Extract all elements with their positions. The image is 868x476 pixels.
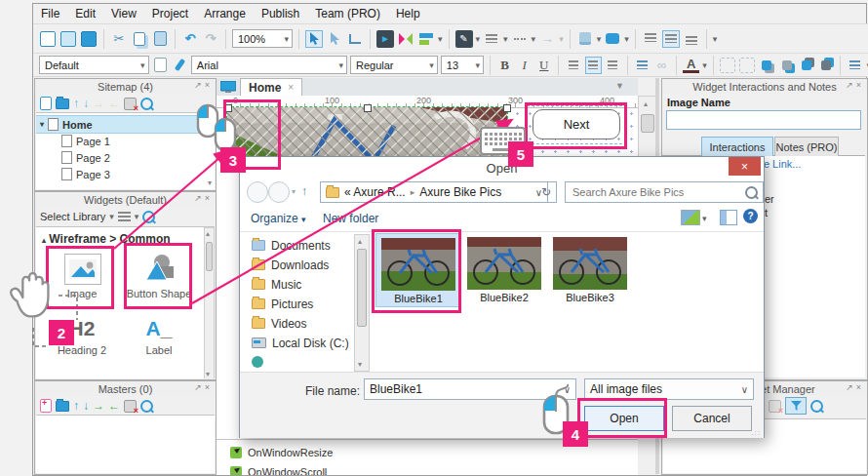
- delete-page-icon[interactable]: ×: [124, 98, 137, 110]
- valign-middle-icon[interactable]: [662, 30, 680, 48]
- expand-icon[interactable]: ↗: [846, 382, 856, 392]
- add-folder-icon[interactable]: [56, 401, 69, 412]
- nav-history-icon[interactable]: ▾: [292, 187, 296, 196]
- cancel-button[interactable]: Cancel: [672, 406, 752, 431]
- valign-bottom-icon[interactable]: [683, 30, 700, 48]
- chevron-down-icon[interactable]: ▾: [624, 34, 629, 44]
- line-weight-icon[interactable]: [483, 30, 500, 48]
- connector-mode-icon[interactable]: [346, 30, 364, 48]
- move-down-icon[interactable]: ↓: [83, 399, 89, 413]
- resize-grip[interactable]: .::: [751, 428, 761, 437]
- fill-color-icon[interactable]: [576, 30, 594, 48]
- scroll-down-icon[interactable]: ▾: [206, 370, 210, 378]
- file-bluebike3[interactable]: BlueBike3: [553, 237, 627, 303]
- scrollbar-thumb[interactable]: [641, 114, 654, 133]
- align-left-icon[interactable]: [565, 57, 581, 74]
- tab-home[interactable]: Home ×: [240, 78, 302, 96]
- cut-icon[interactable]: ✂: [110, 30, 128, 48]
- scroll-up-icon[interactable]: ▴: [644, 99, 648, 108]
- tree-item-pictures[interactable]: Pictures: [252, 296, 313, 312]
- expand-icon[interactable]: ↗: [194, 80, 205, 90]
- arrow-style-icon[interactable]: →: [538, 30, 556, 48]
- new-folder-button[interactable]: New folder: [323, 212, 378, 225]
- search-input[interactable]: [571, 185, 745, 199]
- chevron-down-icon[interactable]: ▾: [702, 60, 707, 70]
- format-pen-icon[interactable]: ✎: [455, 30, 473, 48]
- bring-forward-icon[interactable]: [798, 57, 814, 74]
- page-style-painter-icon[interactable]: [152, 57, 169, 74]
- bold-button[interactable]: B: [496, 57, 513, 74]
- menu-file[interactable]: File: [41, 7, 59, 20]
- delete-master-icon[interactable]: ×: [124, 400, 137, 413]
- selection-handle[interactable]: [364, 104, 372, 112]
- scrollbar-thumb[interactable]: [357, 249, 367, 327]
- search-icon[interactable]: [140, 98, 153, 110]
- chevron-down-icon[interactable]: ▾: [702, 214, 707, 223]
- select-contained-icon[interactable]: [326, 30, 343, 48]
- address-breadcrumb[interactable]: « Axure R... ▸ Axure Bike Pics ∨: [320, 181, 548, 203]
- sitemap-item-page2[interactable]: Page 2: [61, 149, 110, 166]
- search-icon[interactable]: [810, 400, 823, 413]
- menu-publish[interactable]: Publish: [261, 7, 299, 20]
- close-icon[interactable]: ×: [856, 382, 864, 392]
- expand-icon[interactable]: ↗: [194, 382, 205, 392]
- underline-button[interactable]: U: [535, 57, 552, 74]
- font-size-select[interactable]: 13▾: [441, 56, 484, 74]
- redo-icon[interactable]: ↷: [202, 30, 219, 48]
- file-bluebike2[interactable]: BlueBike2: [467, 237, 541, 303]
- add-page-icon[interactable]: [40, 97, 52, 110]
- format-painter-icon[interactable]: [172, 57, 188, 74]
- bring-front-icon[interactable]: [759, 57, 775, 74]
- expand-icon[interactable]: ↗: [194, 193, 205, 203]
- font-family-select[interactable]: Arial▾: [191, 56, 347, 74]
- close-icon[interactable]: ×: [205, 382, 213, 392]
- share-icon[interactable]: [397, 30, 414, 48]
- generate-icon[interactable]: [417, 30, 435, 48]
- shape-color-icon[interactable]: [604, 30, 621, 48]
- add-master-icon[interactable]: +: [40, 399, 52, 413]
- menu-project[interactable]: Project: [152, 7, 188, 20]
- refresh-icon[interactable]: ↻: [536, 181, 557, 203]
- tree-item-local-disk[interactable]: Local Disk (C:): [252, 335, 349, 351]
- close-icon[interactable]: ×: [205, 193, 213, 203]
- filter-icon[interactable]: [785, 397, 807, 415]
- scroll-down-icon[interactable]: ▾: [208, 178, 212, 187]
- copy-icon[interactable]: [131, 30, 148, 48]
- menu-help[interactable]: Help: [396, 7, 420, 20]
- expand-icon[interactable]: ↗: [846, 80, 856, 90]
- scroll-down-icon[interactable]: ▾: [358, 360, 362, 369]
- sitemap-item-page1[interactable]: Page 1: [61, 133, 110, 149]
- scrollbar-thumb[interactable]: [206, 242, 213, 271]
- distribute-icon[interactable]: [847, 57, 863, 74]
- breadcrumb-parent[interactable]: « Axure R...: [344, 185, 406, 199]
- dropdown-icon[interactable]: ∨: [741, 384, 748, 395]
- tree-item-videos[interactable]: Videos: [252, 315, 306, 332]
- breadcrumb-current[interactable]: Axure Bike Pics: [419, 185, 501, 199]
- sitemap-item-home[interactable]: ▾ Home: [36, 115, 215, 134]
- tree-item-downloads[interactable]: Downloads: [252, 257, 329, 273]
- nav-back-icon[interactable]: [247, 181, 268, 203]
- select-library-dropdown[interactable]: Select Library: [40, 211, 105, 222]
- preview-icon[interactable]: ►: [376, 30, 394, 48]
- dialog-search-box[interactable]: [565, 181, 764, 203]
- menu-edit[interactable]: Edit: [75, 7, 96, 20]
- tab-close-icon[interactable]: ×: [288, 82, 294, 93]
- chevron-down-icon[interactable]: ▾: [503, 34, 508, 44]
- tab-scroll-icon[interactable]: ▼: [615, 81, 624, 91]
- save-icon[interactable]: [80, 30, 98, 48]
- tree-item-documents[interactable]: Documents: [252, 237, 331, 254]
- indent-icon[interactable]: →: [93, 399, 104, 413]
- organize-menu[interactable]: Organize ▾: [251, 212, 306, 225]
- send-backward-icon[interactable]: [817, 57, 834, 74]
- align-right-icon[interactable]: [605, 57, 621, 74]
- move-up-icon[interactable]: ↑: [73, 399, 79, 413]
- help-icon[interactable]: ?: [743, 209, 758, 223]
- tree-item-music[interactable]: Music: [252, 276, 301, 293]
- search-icon[interactable]: [140, 400, 153, 413]
- menu-team[interactable]: Team (PRO): [315, 7, 380, 20]
- image-name-input[interactable]: [666, 110, 861, 130]
- italic-button[interactable]: I: [516, 57, 533, 74]
- interaction-row[interactable]: OnWindowScroll: [230, 466, 327, 475]
- bullet-list-icon[interactable]: [634, 57, 651, 74]
- selection-handle[interactable]: [503, 104, 511, 112]
